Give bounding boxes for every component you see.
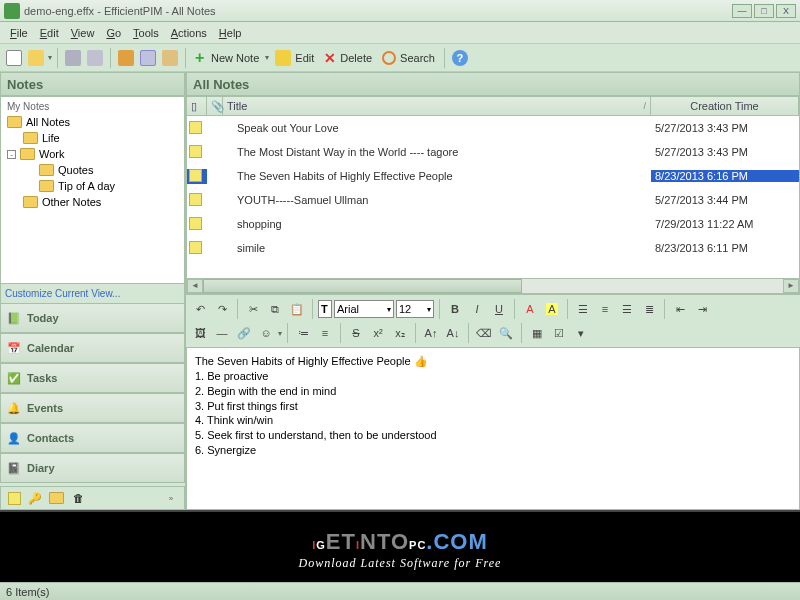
align-left-button[interactable]: ☰ xyxy=(573,299,593,319)
table-button[interactable]: ▦ xyxy=(527,323,547,343)
link-button[interactable]: 🔗 xyxy=(234,323,254,343)
paste-button[interactable]: 📋 xyxy=(287,299,307,319)
horizontal-scrollbar[interactable]: ◄ ► xyxy=(186,278,800,294)
new-file-button[interactable] xyxy=(4,48,24,68)
close-button[interactable]: X xyxy=(776,4,796,18)
col-title[interactable]: Title/ xyxy=(223,97,651,115)
image-button[interactable]: 🖼 xyxy=(190,323,210,343)
maximize-button[interactable]: □ xyxy=(754,4,774,18)
strike-button[interactable]: S xyxy=(346,323,366,343)
separator xyxy=(185,48,186,68)
tasks-icon: ✅ xyxy=(7,372,21,385)
clear-format-button[interactable]: ⌫ xyxy=(474,323,494,343)
col-attachment[interactable]: 📎 xyxy=(207,97,223,115)
folder-icon[interactable] xyxy=(47,488,66,508)
edit-button[interactable]: Edit xyxy=(271,48,318,68)
menu-edit[interactable]: Edit xyxy=(34,25,65,41)
tree-life[interactable]: Life xyxy=(3,130,182,146)
undo-button[interactable]: ↶ xyxy=(190,299,210,319)
notes-icon[interactable] xyxy=(5,488,23,508)
note-row[interactable]: YOUTH-----Samuel Ullman5/27/2013 3:44 PM xyxy=(187,188,799,212)
new-note-button[interactable]: +New Note xyxy=(191,48,263,68)
tree-quotes[interactable]: Quotes xyxy=(3,162,182,178)
indent-button[interactable]: ⇥ xyxy=(692,299,712,319)
align-right-button[interactable]: ☰ xyxy=(617,299,637,319)
note-row[interactable]: simile8/23/2013 6:11 PM xyxy=(187,236,799,260)
nav-today[interactable]: 📗Today xyxy=(0,303,185,333)
highlight-button[interactable]: A xyxy=(542,299,562,319)
note-icon xyxy=(189,217,202,230)
note-icon xyxy=(189,145,202,158)
new-note-dropdown[interactable]: ▾ xyxy=(265,53,269,62)
minimize-button[interactable]: — xyxy=(732,4,752,18)
note-row[interactable]: shopping7/29/2013 11:22 AM xyxy=(187,212,799,236)
tree-tip[interactable]: Tip of A day xyxy=(3,178,182,194)
print-button[interactable] xyxy=(63,48,83,68)
separator xyxy=(110,48,111,68)
content-area: All Notes ▯ 📎 Title/ Creation Time Speak… xyxy=(186,72,800,510)
note-title: The Seven Habits of Highly Effective Peo… xyxy=(223,170,651,182)
customize-view-link[interactable]: Customize Current View... xyxy=(0,284,185,303)
open-file-button[interactable] xyxy=(26,48,46,68)
tree-other[interactable]: Other Notes xyxy=(3,194,182,210)
cut-button[interactable] xyxy=(116,48,136,68)
menu-view[interactable]: View xyxy=(65,25,101,41)
bullets-button[interactable]: ≔ xyxy=(293,323,313,343)
font-select[interactable]: Arial▾ xyxy=(334,300,394,318)
bold-button[interactable]: B xyxy=(445,299,465,319)
outdent-button[interactable]: ⇤ xyxy=(670,299,690,319)
note-row[interactable]: The Seven Habits of Highly Effective Peo… xyxy=(187,164,799,188)
expand-icon[interactable]: » xyxy=(162,488,180,508)
trash-icon[interactable]: 🗑 xyxy=(69,488,87,508)
scroll-thumb[interactable] xyxy=(203,279,522,293)
menu-tools[interactable]: Tools xyxy=(127,25,165,41)
nav-calendar[interactable]: 📅Calendar xyxy=(0,333,185,363)
copy-button[interactable] xyxy=(138,48,158,68)
scroll-right-button[interactable]: ► xyxy=(783,279,799,293)
col-icon[interactable]: ▯ xyxy=(187,97,207,115)
fontsize-select[interactable]: 12▾ xyxy=(396,300,434,318)
align-justify-button[interactable]: ≣ xyxy=(639,299,659,319)
tree-all-notes[interactable]: All Notes xyxy=(3,114,182,130)
emoji-button[interactable]: ☺ xyxy=(256,323,276,343)
more-button[interactable]: ▾ xyxy=(571,323,591,343)
paste-button[interactable] xyxy=(160,48,180,68)
help-button[interactable]: ? xyxy=(450,48,470,68)
italic-button[interactable]: I xyxy=(467,299,487,319)
column-headers: ▯ 📎 Title/ Creation Time xyxy=(186,96,800,116)
col-date[interactable]: Creation Time xyxy=(651,97,799,115)
scroll-left-button[interactable]: ◄ xyxy=(187,279,203,293)
nav-events[interactable]: 🔔Events xyxy=(0,393,185,423)
tree-work[interactable]: -Work xyxy=(3,146,182,162)
menu-actions[interactable]: Actions xyxy=(165,25,213,41)
nav-diary[interactable]: 📓Diary xyxy=(0,453,185,483)
nav-contacts[interactable]: 👤Contacts xyxy=(0,423,185,453)
hr-button[interactable]: — xyxy=(212,323,232,343)
redo-button[interactable]: ↷ xyxy=(212,299,232,319)
menu-go[interactable]: Go xyxy=(100,25,127,41)
numbering-button[interactable]: ≡ xyxy=(315,323,335,343)
fontcolor-button[interactable]: A xyxy=(520,299,540,319)
note-row[interactable]: The Most Distant Way in the World ---- t… xyxy=(187,140,799,164)
shrink-font-button[interactable]: A↓ xyxy=(443,323,463,343)
search-button[interactable]: Search xyxy=(378,48,439,68)
subscript-button[interactable]: x₂ xyxy=(390,323,410,343)
grow-font-button[interactable]: A↑ xyxy=(421,323,441,343)
note-row[interactable]: Speak out Your Love5/27/2013 3:43 PM xyxy=(187,116,799,140)
align-center-button[interactable]: ≡ xyxy=(595,299,615,319)
key-icon[interactable]: 🔑 xyxy=(26,488,44,508)
note-editor[interactable]: The Seven Habits of Highly Effective Peo… xyxy=(186,347,800,510)
underline-button[interactable]: U xyxy=(489,299,509,319)
nav-tasks[interactable]: ✅Tasks xyxy=(0,363,185,393)
print-preview-button[interactable] xyxy=(85,48,105,68)
note-icon xyxy=(189,169,202,182)
checkbox-button[interactable]: ☑ xyxy=(549,323,569,343)
cut-button[interactable]: ✂ xyxy=(243,299,263,319)
copy-button[interactable]: ⧉ xyxy=(265,299,285,319)
collapse-icon[interactable]: - xyxy=(7,150,16,159)
superscript-button[interactable]: x² xyxy=(368,323,388,343)
menu-file[interactable]: File xyxy=(4,25,34,41)
delete-button[interactable]: ✕Delete xyxy=(320,48,376,68)
menu-help[interactable]: Help xyxy=(213,25,248,41)
find-button[interactable]: 🔍 xyxy=(496,323,516,343)
